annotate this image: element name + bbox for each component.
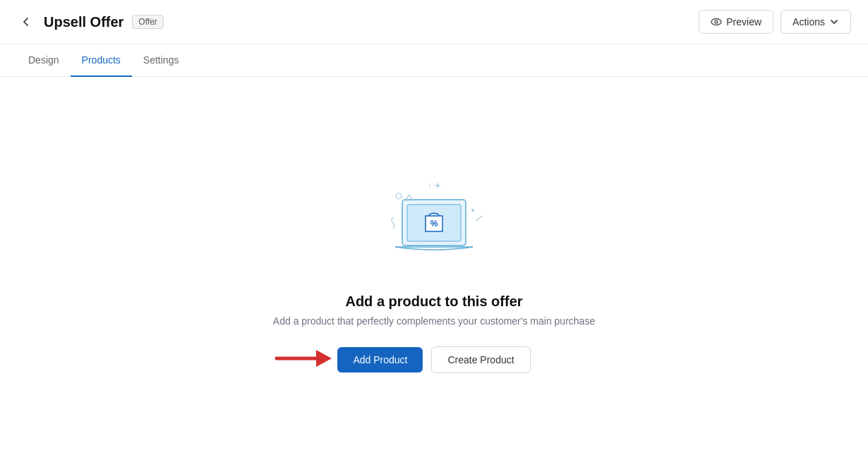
preview-label: Preview <box>726 16 761 28</box>
svg-line-9 <box>476 216 482 221</box>
tabs: Design Products Settings <box>0 44 868 77</box>
empty-state-illustration: % <box>363 161 505 277</box>
actions-button[interactable]: Actions <box>780 10 851 34</box>
svg-point-6 <box>396 193 402 199</box>
empty-state-subtitle: Add a product that perfectly complements… <box>273 315 595 327</box>
svg-point-0 <box>711 19 721 25</box>
page-title: Upsell Offer <box>44 14 123 30</box>
header: Upsell Offer Offer Preview Actions <box>0 0 868 44</box>
preview-button[interactable]: Preview <box>699 10 773 34</box>
svg-point-8 <box>471 209 474 212</box>
main-content: % Add a product to this offer Add a prod… <box>0 77 868 456</box>
action-buttons: Add Product Create Product <box>337 346 530 373</box>
add-product-button[interactable]: Add Product <box>337 347 423 373</box>
tab-settings[interactable]: Settings <box>132 44 191 77</box>
svg-text:%: % <box>430 219 438 229</box>
header-left: Upsell Offer Offer <box>17 13 164 31</box>
svg-point-1 <box>715 20 718 23</box>
arrow-indicator <box>274 346 337 374</box>
back-button[interactable] <box>17 13 35 31</box>
create-product-button[interactable]: Create Product <box>431 346 530 373</box>
tab-design[interactable]: Design <box>17 44 71 77</box>
header-right: Preview Actions <box>699 10 851 34</box>
offer-badge: Offer <box>132 15 163 29</box>
empty-state-title: Add a product to this offer <box>345 293 522 310</box>
tab-products[interactable]: Products <box>71 44 132 77</box>
actions-label: Actions <box>792 16 825 28</box>
